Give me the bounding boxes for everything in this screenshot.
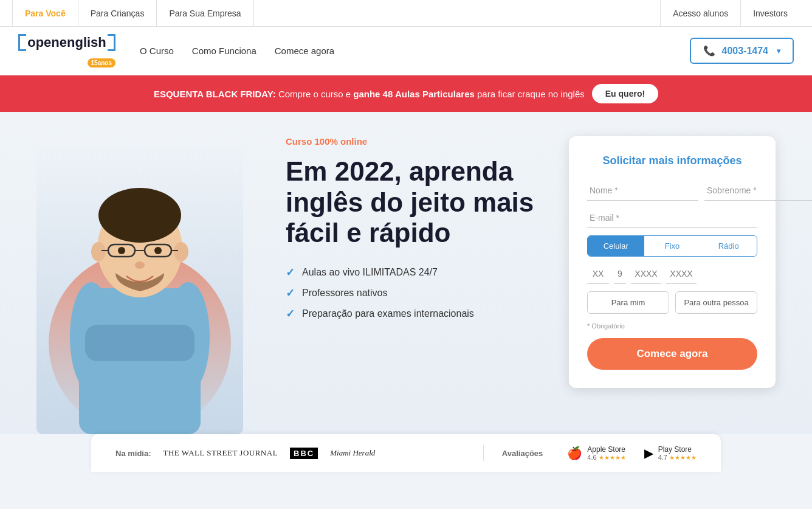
banner-suffix-text: para ficar craque no inglês bbox=[477, 89, 585, 99]
svg-point-8 bbox=[174, 242, 188, 261]
hero-feature-3: ✓ Preparação para exames internacionais bbox=[286, 307, 541, 320]
feature-label-2: Professores nativos bbox=[302, 288, 388, 299]
play-store-info: Play Store 4.7 ★★★★★ bbox=[658, 445, 697, 461]
banner-text: ESQUENTA BLACK FRIDAY: Compre o curso e … bbox=[154, 89, 585, 99]
apple-store-score: 4.6 ★★★★★ bbox=[587, 454, 625, 461]
check-icon-2: ✓ bbox=[286, 286, 295, 300]
para-outra-pessoa-button[interactable]: Para outra pessoa bbox=[675, 291, 757, 314]
feature-label-1: Aulas ao vivo ILIMITADAS 24/7 bbox=[302, 267, 438, 278]
nav-para-criancas[interactable]: Para Crianças bbox=[78, 0, 157, 27]
main-header: openenglish 15anos O Curso Como Funciona… bbox=[0, 27, 812, 75]
play-store-icon: ▶ bbox=[644, 446, 653, 460]
media-label: Na mídia: bbox=[115, 449, 151, 458]
phone-button[interactable]: 📞 4003-1474 ▾ bbox=[690, 38, 794, 64]
email-input[interactable] bbox=[587, 208, 757, 228]
form-title: Solicitar mais informações bbox=[587, 154, 757, 167]
check-icon-3: ✓ bbox=[286, 307, 295, 320]
phone-type-celular[interactable]: Celular bbox=[588, 236, 644, 256]
phone-number: 4003-1474 bbox=[721, 46, 768, 57]
bbc-logo: BBC bbox=[290, 448, 318, 459]
logo-container[interactable]: openenglish 15anos bbox=[18, 34, 115, 68]
submit-button[interactable]: Comece agora bbox=[587, 338, 757, 370]
banner-bold-offer: ganhe 48 Aulas Particulares bbox=[353, 89, 475, 99]
play-store-score: 4.7 ★★★★★ bbox=[658, 454, 697, 461]
bottom-media-bar: Na mídia: THE WALL STREET JOURNAL BBC Mi… bbox=[91, 434, 721, 472]
svg-point-15 bbox=[154, 247, 162, 254]
phone-type-selector: Celular Fixo Rádio bbox=[587, 235, 757, 257]
media-logos-container: THE WALL STREET JOURNAL BBC Miami Herald bbox=[163, 448, 471, 459]
hero-section: Curso 100% online Em 2022, aprenda inglê… bbox=[0, 112, 812, 434]
nav-para-voce[interactable]: Para Você bbox=[12, 0, 78, 27]
nav-para-sua-empresa[interactable]: Para Sua Empresa bbox=[157, 0, 253, 27]
phone-icon: 📞 bbox=[703, 45, 715, 57]
hero-title: Em 2022, aprenda inglês do jeito mais fá… bbox=[286, 156, 541, 249]
email-row bbox=[587, 208, 757, 228]
banner-cta-button[interactable]: Eu quero! bbox=[592, 84, 658, 103]
nav-acesso-alunos[interactable]: Acesso alunos bbox=[660, 0, 740, 27]
nome-input[interactable] bbox=[587, 181, 698, 201]
top-navigation: Para Você Para Crianças Para Sua Empresa… bbox=[0, 0, 812, 27]
svg-point-6 bbox=[98, 188, 181, 243]
sobrenome-input[interactable] bbox=[704, 181, 812, 201]
logo-bracket-right bbox=[108, 34, 115, 51]
hero-features-list: ✓ Aulas ao vivo ILIMITADAS 24/7 ✓ Profes… bbox=[286, 266, 541, 320]
logo-bracket-left bbox=[18, 34, 26, 51]
hero-image-container bbox=[36, 142, 261, 434]
apple-icon: 🍎 bbox=[567, 446, 582, 460]
hero-content: Curso 100% online Em 2022, aprenda inglê… bbox=[261, 136, 565, 320]
nav-o-curso[interactable]: O Curso bbox=[140, 46, 174, 56]
svg-point-14 bbox=[118, 247, 125, 254]
hero-subtitle: Curso 100% online bbox=[286, 136, 541, 147]
lead-form-card: Solicitar mais informações Celular Fixo … bbox=[569, 136, 776, 388]
phone-9-input[interactable] bbox=[614, 264, 626, 284]
apple-store-name: Apple Store bbox=[587, 445, 625, 454]
hero-person-image bbox=[36, 142, 243, 434]
apple-store-rating: 🍎 Apple Store 4.6 ★★★★★ bbox=[567, 445, 625, 461]
svg-point-16 bbox=[135, 261, 145, 269]
feature-label-3: Preparação para exames internacionais bbox=[302, 308, 474, 319]
phone-type-radio[interactable]: Rádio bbox=[700, 236, 757, 256]
logo-anos-badge: 15anos bbox=[88, 58, 115, 68]
person-svg bbox=[43, 154, 237, 434]
phone-number-row bbox=[587, 264, 757, 284]
mandatory-note: * Obrigatório bbox=[587, 322, 757, 330]
apple-store-info: Apple Store 4.6 ★★★★★ bbox=[587, 445, 625, 461]
wsj-logo: THE WALL STREET JOURNAL bbox=[163, 448, 278, 458]
phone-chevron-icon: ▾ bbox=[777, 47, 780, 55]
top-nav-right: Acesso alunos Investors bbox=[660, 0, 800, 27]
name-row bbox=[587, 181, 757, 201]
logo-text: openenglish bbox=[27, 35, 106, 50]
phone-type-fixo[interactable]: Fixo bbox=[644, 236, 701, 256]
phone-ddd-input[interactable] bbox=[587, 264, 609, 284]
promo-banner: ESQUENTA BLACK FRIDAY: Compre o curso e … bbox=[0, 75, 812, 112]
svg-point-7 bbox=[91, 242, 106, 261]
svg-rect-3 bbox=[85, 325, 194, 361]
hero-feature-1: ✓ Aulas ao vivo ILIMITADAS 24/7 bbox=[286, 266, 541, 279]
person-selector: Para mim Para outra pessoa bbox=[587, 291, 757, 314]
para-mim-button[interactable]: Para mim bbox=[587, 291, 669, 314]
play-store-stars: ★★★★★ bbox=[669, 454, 697, 461]
miami-herald-logo: Miami Herald bbox=[330, 448, 375, 458]
play-store-name: Play Store bbox=[658, 445, 697, 454]
ratings-label: Avaliações bbox=[502, 449, 543, 458]
nav-como-funciona[interactable]: Como Funciona bbox=[192, 46, 256, 56]
play-store-rating: ▶ Play Store 4.7 ★★★★★ bbox=[644, 445, 697, 461]
apple-store-stars: ★★★★★ bbox=[599, 454, 626, 461]
nav-comece-agora[interactable]: Comece agora bbox=[275, 46, 334, 56]
phone-part1-input[interactable] bbox=[631, 264, 661, 284]
banner-bold-prefix: ESQUENTA BLACK FRIDAY: bbox=[154, 89, 276, 99]
logo: openenglish 15anos bbox=[18, 34, 115, 68]
banner-middle-text: Compre o curso e bbox=[278, 89, 353, 99]
phone-part2-input[interactable] bbox=[666, 264, 697, 284]
main-nav: O Curso Como Funciona Comece agora bbox=[140, 46, 690, 56]
nav-investors[interactable]: Investors bbox=[740, 0, 800, 27]
hero-feature-2: ✓ Professores nativos bbox=[286, 286, 541, 300]
check-icon-1: ✓ bbox=[286, 266, 295, 279]
ratings-section: Avaliações 🍎 Apple Store 4.6 ★★★★★ ▶ Pla… bbox=[483, 445, 697, 461]
